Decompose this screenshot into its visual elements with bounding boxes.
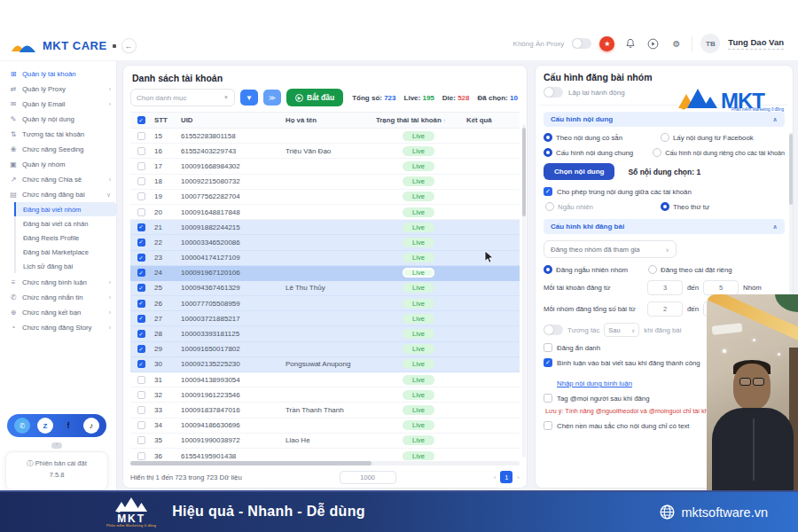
row-checkbox[interactable] <box>137 452 145 460</box>
sidebar-item-content[interactable]: ✎Quản lý nội dung <box>0 112 116 127</box>
row-checkbox[interactable] <box>137 421 145 429</box>
pill-handle[interactable]: ⌃ <box>51 442 62 449</box>
row-checkbox[interactable] <box>137 284 145 292</box>
horizontal-scrollbar[interactable] <box>130 461 520 466</box>
category-select[interactable]: Chọn danh mục ▼ <box>130 89 235 106</box>
table-row[interactable]: 20100091648817848Live <box>130 205 520 220</box>
row-checkbox[interactable] <box>137 254 145 262</box>
sort-icon[interactable]: ↑ <box>443 118 446 123</box>
hot-badge-icon[interactable]: ★ <box>599 36 614 51</box>
prev-page-button[interactable]: ‹ <box>494 473 497 481</box>
sidebar-item-comment[interactable]: ≡Chức năng bình luận› <box>0 275 116 290</box>
loop-toggle[interactable] <box>544 87 563 98</box>
row-checkbox[interactable] <box>137 345 145 353</box>
user-name[interactable]: Tung Dao Van <box>728 37 784 50</box>
row-checkbox[interactable] <box>137 376 145 384</box>
row-checkbox[interactable] <box>137 147 145 155</box>
table-row[interactable]: 21100091882244215Live <box>130 220 520 235</box>
sidebar-subitem[interactable]: Lịch sử đăng bài <box>16 259 116 273</box>
table-row[interactable]: 31100094138993054Live <box>130 372 520 387</box>
play-tutorial-icon[interactable] <box>645 36 661 51</box>
row-checkbox[interactable] <box>137 177 145 185</box>
bell-icon[interactable] <box>622 36 638 51</box>
support-icon[interactable]: ✆ <box>14 418 30 434</box>
sidebar-item-seeding[interactable]: ❀Chức năng Seeding <box>0 142 116 157</box>
row-checkbox[interactable] <box>137 208 145 216</box>
radio-random-group[interactable]: Đăng ngẫu nhiên nhóm <box>544 265 648 274</box>
comment-content-link[interactable]: Nhập nội dung bình luận <box>557 379 632 387</box>
col-uid[interactable]: UID <box>178 116 283 124</box>
page-number-button[interactable]: 1 <box>500 471 512 483</box>
row-checkbox[interactable] <box>137 239 145 246</box>
radio-ready-content[interactable]: Theo nội dung có sẵn <box>544 133 661 142</box>
table-row[interactable]: 1561552283801158Live <box>130 129 520 144</box>
table-row[interactable]: 17100091668984302Live <box>130 159 520 174</box>
choose-content-button[interactable]: Chọn nội dung <box>544 163 614 180</box>
sidebar-item-friend[interactable]: ⊕Chức năng kết bạn› <box>0 305 116 320</box>
table-row[interactable]: 18100092215080732Live <box>130 175 520 190</box>
radio-random-order[interactable]: Ngẫu nhiên <box>544 202 661 211</box>
facebook-icon[interactable]: f <box>60 418 76 434</box>
row-checkbox[interactable] <box>137 436 145 444</box>
col-result[interactable]: Kết quả <box>464 116 520 124</box>
select-all-checkbox[interactable] <box>137 116 145 124</box>
table-row[interactable]: 27100003721885217Live <box>130 311 520 326</box>
row-checkbox[interactable] <box>137 162 145 170</box>
page-size-input[interactable] <box>340 471 396 484</box>
table-row[interactable]: 25100094367461329Lê Thu ThủyLive <box>130 281 520 296</box>
per-account-to-input[interactable]: 5 <box>703 280 739 295</box>
sidebar-subitem[interactable]: Đăng bài Marketplace <box>16 245 116 259</box>
per-account-from-input[interactable]: 3 <box>647 280 683 295</box>
table-row[interactable]: 34100094186630696Live <box>130 419 520 434</box>
sidebar-item-interaction[interactable]: ⇅Tương tác tài khoản <box>0 127 116 142</box>
sidebar-item-posting[interactable]: ▤Chức năng đăng bài∨ <box>0 187 116 202</box>
table-row[interactable]: 35100091990038972Liao HeLive <box>130 434 520 449</box>
sidebar-subitem[interactable]: Đăng Reels Profile <box>16 231 116 245</box>
next-page-button[interactable]: › <box>517 473 520 481</box>
settings-gear-icon[interactable]: ⚙ <box>669 36 684 51</box>
table-row[interactable]: 29100091650017802Live <box>130 342 520 357</box>
row-checkbox[interactable] <box>137 223 145 231</box>
table-row[interactable]: 22100003346520086Live <box>130 235 520 250</box>
row-checkbox[interactable] <box>137 330 145 338</box>
sidebar-item-story[interactable]: ◔Chức năng đăng Story› <box>0 320 116 335</box>
row-checkbox[interactable] <box>137 300 145 308</box>
col-status[interactable]: Trạng thái tài khoản ↑ <box>373 116 464 124</box>
row-checkbox[interactable] <box>137 360 145 368</box>
col-name[interactable]: Họ và tên <box>283 116 373 124</box>
user-avatar[interactable]: TB <box>700 34 720 53</box>
row-checkbox[interactable] <box>137 391 145 399</box>
table-row[interactable]: 30100092135225230Pongsuwat AnupongLive <box>130 357 520 372</box>
row-checkbox[interactable] <box>137 132 145 140</box>
radio-separate-config[interactable]: Cấu hình nội dung riêng cho các tài khoả… <box>653 148 785 157</box>
row-checkbox[interactable] <box>137 269 145 277</box>
table-row[interactable]: 3661554195901438Live <box>130 449 520 460</box>
radio-sequential-order[interactable]: Theo thứ tự <box>661 202 709 211</box>
row-checkbox[interactable] <box>137 192 145 200</box>
sidebar-item-groups[interactable]: ▣Quản lý nhóm <box>0 157 116 172</box>
sidebar-item-proxy[interactable]: ⇄Quản lý Proxy› <box>0 82 116 97</box>
radio-custom-setting[interactable]: Đăng theo cài đặt riêng <box>648 265 732 274</box>
table-row[interactable]: 23100004174127109Live <box>130 251 520 266</box>
sidebar-item-message[interactable]: ✆Chức năng nhắn tin› <box>0 290 116 305</box>
start-button[interactable]: ▶ Bắt đầu <box>286 89 343 106</box>
sidebar-subitem[interactable]: Đăng bài viết cá nhân <box>16 216 116 231</box>
posting-mode-select[interactable]: Đăng theo nhóm đã tham gia ∨ <box>544 240 677 258</box>
per-group-from-input[interactable]: 2 <box>647 301 683 317</box>
table-row[interactable]: 1661552403229743Triệu Văn ĐạoLive <box>130 144 520 159</box>
double-arrow-action-button[interactable]: ≫ <box>263 90 281 106</box>
col-stt[interactable]: STT <box>152 116 178 124</box>
proxy-toggle[interactable] <box>572 38 591 49</box>
sidebar-subitem[interactable]: Đăng bài viết nhóm <box>14 202 116 216</box>
row-checkbox[interactable] <box>137 406 145 414</box>
row-checkbox[interactable] <box>137 315 145 323</box>
interact-select[interactable]: Sau ∨ <box>604 323 639 337</box>
sidebar-item-share[interactable]: ↗Chức năng Chia sẻ› <box>0 172 116 187</box>
table-row[interactable]: 28100003393181125Live <box>130 326 520 341</box>
sidebar-collapse-button[interactable]: ← <box>121 38 137 53</box>
sidebar-item-accounts[interactable]: ⊞Quản lý tài khoản <box>0 66 116 82</box>
sidebar-item-email[interactable]: ✉Quản lý Email› <box>0 97 116 112</box>
table-row[interactable]: 24100091967120106Live <box>130 266 520 281</box>
vertical-scrollbar[interactable] <box>522 124 526 458</box>
zalo-icon[interactable]: Z <box>37 418 53 434</box>
